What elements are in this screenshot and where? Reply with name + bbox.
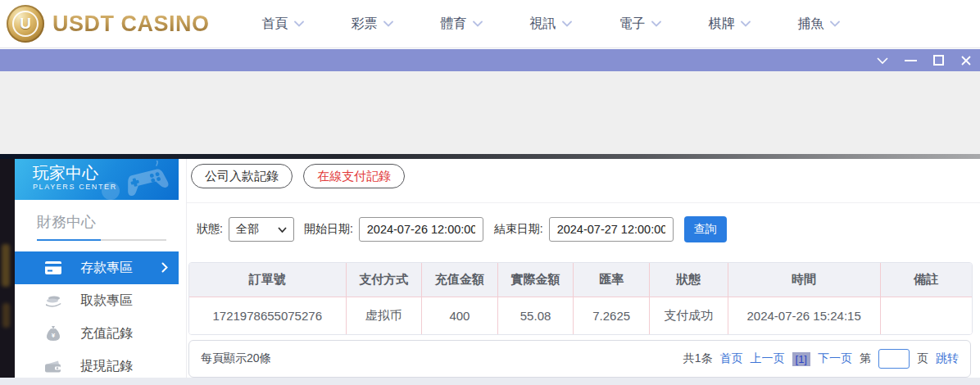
nav-item-home[interactable]: 首頁 xyxy=(262,16,304,33)
col-header-time: 時間 xyxy=(728,263,880,297)
tab-label: 在線支付記錄 xyxy=(317,169,391,184)
wallet-icon xyxy=(44,360,62,373)
brand-logo[interactable]: U USDT CASINO xyxy=(7,5,210,43)
finance-center-underline xyxy=(37,239,166,241)
svg-text:¥: ¥ xyxy=(52,332,56,339)
col-header-payment-method: 支付方式 xyxy=(346,263,422,297)
maximize-icon[interactable] xyxy=(929,49,947,71)
first-page-link[interactable]: 首页 xyxy=(720,351,743,366)
sidebar-item-label: 取款專區 xyxy=(80,292,133,310)
col-header-deposit-amount: 充值金額 xyxy=(422,263,498,297)
col-header-actual-amount: 實際金額 xyxy=(497,263,574,297)
tab-company-deposit-records[interactable]: 公司入款記錄 xyxy=(191,164,293,188)
pagination-controls: 共1条 首页 上一页 [1] 下一页 第 页 跳转 xyxy=(683,349,959,369)
status-select[interactable]: 全部 xyxy=(229,217,294,242)
chevron-down-icon xyxy=(383,20,393,27)
gamepad-icon xyxy=(121,161,172,197)
cell-remark xyxy=(880,297,972,335)
site-navbar: U USDT CASINO 首頁 彩票 體育 視訊 電子 棋牌 捕魚 xyxy=(0,0,980,48)
sidebar-item-withdraw-zone[interactable]: 取款專區 xyxy=(15,284,179,317)
sidebar: 玩家中心 PLAYERS CENTER 財務中心 存款專區 xyxy=(15,159,179,378)
nav-label: 視訊 xyxy=(530,16,556,33)
brand-name: USDT CASINO xyxy=(52,11,210,37)
status-label: 狀態: xyxy=(197,222,223,237)
search-button[interactable]: 查詢 xyxy=(684,216,727,242)
nav-item-lottery[interactable]: 彩票 xyxy=(352,16,393,33)
chevron-down-icon xyxy=(562,20,572,27)
finance-center-heading: 財務中心 xyxy=(15,200,179,239)
nav-item-live[interactable]: 視訊 xyxy=(530,16,572,33)
tabs-divider xyxy=(187,202,980,203)
table-row: 1721978655075276 虚拟币 400 55.08 7.2625 支付… xyxy=(189,297,972,335)
jump-suffix-label: 页 xyxy=(917,351,928,366)
background-left-strip xyxy=(0,159,15,378)
content-divider xyxy=(186,159,187,378)
jump-button[interactable]: 跳转 xyxy=(936,351,959,366)
col-header-order-no: 訂單號 xyxy=(189,263,346,297)
table-header-row: 訂單號 支付方式 充值金額 實際金額 匯率 狀態 時間 備註 xyxy=(189,263,972,297)
nav-item-cards[interactable]: 棋牌 xyxy=(709,16,751,33)
chevron-down-icon xyxy=(473,20,483,27)
start-date-input[interactable] xyxy=(359,217,483,242)
records-table: 訂單號 支付方式 充值金額 實際金額 匯率 狀態 時間 備註 172197865… xyxy=(188,262,973,335)
cell-actual-amount: 55.08 xyxy=(497,297,574,335)
nav-label: 彩票 xyxy=(352,16,378,33)
desktop-background xyxy=(0,71,980,154)
col-header-exchange-rate: 匯率 xyxy=(574,263,650,297)
pool-ball-icon xyxy=(102,182,120,200)
close-icon[interactable] xyxy=(957,49,975,71)
nav-item-slots[interactable]: 電子 xyxy=(619,16,661,33)
sidebar-item-deposit-zone[interactable]: 存款專區 xyxy=(15,251,179,284)
record-tabs: 公司入款記錄 在線支付記錄 xyxy=(191,164,405,188)
chevron-right-icon xyxy=(161,262,168,273)
end-date-label: 結束日期: xyxy=(494,222,543,237)
logo-monogram: U xyxy=(20,15,31,33)
chevron-down-icon xyxy=(651,20,661,27)
nav-label: 體育 xyxy=(441,16,467,33)
sidebar-menu: 存款專區 取款專區 ¥ 充值記錄 提現記錄 xyxy=(15,251,179,383)
cell-payment-method: 虚拟币 xyxy=(346,297,422,335)
cell-order-no: 1721978655075276 xyxy=(189,297,346,335)
next-page-link[interactable]: 下一页 xyxy=(818,351,852,366)
sidebar-item-label: 充值記錄 xyxy=(80,325,133,342)
total-count-text: 共1条 xyxy=(683,351,713,366)
tab-label: 公司入款記錄 xyxy=(205,169,279,184)
col-header-status: 狀態 xyxy=(650,263,728,297)
start-date-label: 開始日期: xyxy=(304,222,353,237)
pagination-bar: 每頁顯示20條 共1条 首页 上一页 [1] 下一页 第 页 跳转 xyxy=(188,340,971,378)
sidebar-item-label: 存款專區 xyxy=(80,260,133,277)
nav-label: 電子 xyxy=(619,16,646,33)
sidebar-header: 玩家中心 PLAYERS CENTER xyxy=(15,159,179,200)
credit-card-icon xyxy=(44,261,62,274)
filter-bar: 狀態: 全部 開始日期: 結束日期: 查詢 xyxy=(197,216,727,242)
current-page-badge[interactable]: [1] xyxy=(792,352,810,366)
page-jump-input[interactable] xyxy=(878,349,910,369)
nav-item-fishing[interactable]: 捕魚 xyxy=(798,16,840,33)
hand-cash-icon xyxy=(44,294,62,307)
cell-time: 2024-07-26 15:24:15 xyxy=(728,297,880,335)
jump-prefix-label: 第 xyxy=(860,351,871,366)
chevron-down-icon[interactable] xyxy=(873,49,892,71)
sidebar-item-withdraw-records[interactable]: 提現記錄 xyxy=(15,350,179,383)
nav-label: 首頁 xyxy=(262,16,288,33)
window-titlebar xyxy=(0,49,980,71)
chevron-down-icon xyxy=(294,20,304,27)
main-menu: 首頁 彩票 體育 視訊 電子 棋牌 捕魚 xyxy=(262,16,840,33)
chevron-down-icon xyxy=(278,227,287,233)
col-header-remark: 備註 xyxy=(880,263,972,297)
tab-online-payment-records[interactable]: 在線支付記錄 xyxy=(303,164,405,188)
prev-page-link[interactable]: 上一页 xyxy=(751,351,785,366)
nav-label: 捕魚 xyxy=(798,16,824,33)
sidebar-item-deposit-records[interactable]: ¥ 充值記錄 xyxy=(15,317,179,350)
money-bag-icon: ¥ xyxy=(44,326,62,341)
page-size-text: 每頁顯示20條 xyxy=(201,351,271,366)
sidebar-item-label: 提現記錄 xyxy=(80,358,133,375)
chevron-down-icon xyxy=(830,20,840,27)
cell-exchange-rate: 7.2625 xyxy=(574,297,650,335)
chevron-down-icon xyxy=(741,20,751,27)
minimize-icon[interactable] xyxy=(901,49,919,71)
cell-status: 支付成功 xyxy=(650,297,728,335)
end-date-input[interactable] xyxy=(549,217,674,242)
nav-item-sports[interactable]: 體育 xyxy=(441,16,483,33)
cell-deposit-amount: 400 xyxy=(422,297,498,335)
